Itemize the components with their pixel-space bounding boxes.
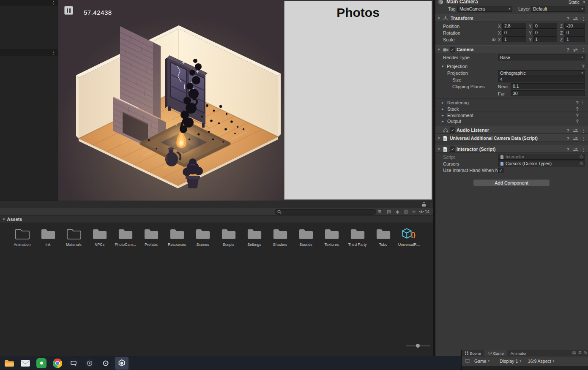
position-x-field[interactable]: 2.8 <box>502 23 526 29</box>
static-caret-icon[interactable]: ▾ <box>583 0 585 4</box>
preset-icon[interactable] <box>573 48 578 52</box>
scale-x-field[interactable]: 1 <box>502 36 526 42</box>
scale-z-field[interactable]: 1 <box>564 36 585 42</box>
camera-data-header[interactable]: ▾ Universal Additional Camera Data (Scri… <box>435 134 588 142</box>
near-field[interactable]: 0.1 <box>511 83 585 89</box>
asset-folder[interactable]: Settings <box>241 228 267 247</box>
component-menu-icon[interactable]: ⋮ <box>581 136 586 141</box>
tag-dropdown[interactable]: MainCamera▾ <box>457 6 512 12</box>
hierarchy-filter-icon[interactable]: ▤ <box>387 209 391 215</box>
taskbar-icon-files[interactable] <box>3 357 16 370</box>
display-dropdown[interactable]: Display 1▾ <box>500 359 521 364</box>
help-icon[interactable]: ? <box>582 64 585 69</box>
scale-y-field[interactable]: 1 <box>533 36 557 42</box>
asset-folder[interactable]: NPCs <box>87 228 112 247</box>
help-icon[interactable]: ? <box>566 47 569 52</box>
aspect-dropdown[interactable]: 16:9 Aspect▾ <box>528 359 554 364</box>
asset-folder[interactable]: Prefabs <box>138 228 164 247</box>
rotation-y-field[interactable]: 0 <box>533 30 557 35</box>
asset-folder[interactable]: Materials <box>61 228 87 247</box>
assets-breadcrumb[interactable]: ▾ Assets <box>0 215 433 223</box>
help-icon[interactable]: ? <box>566 147 569 152</box>
asset-folder[interactable]: Third Party <box>345 228 370 247</box>
audio-listener-header[interactable]: ✓ Audio Listener ? ⋮ <box>435 126 588 134</box>
asset-folder[interactable]: PhotoCam... <box>112 228 138 247</box>
label-filter-icon[interactable]: ◈ <box>396 209 399 215</box>
preset-icon[interactable] <box>573 137 578 141</box>
tab-scene[interactable]: Scene <box>462 350 484 356</box>
asset-folder[interactable]: Shaders <box>267 228 293 247</box>
asset-folder[interactable]: Animation <box>9 228 35 247</box>
script-object-field[interactable]: Interactor ⊙ <box>498 154 585 160</box>
taskbar-icon-green-app[interactable] <box>35 357 48 370</box>
asset-folder[interactable]: Scripts <box>216 228 241 247</box>
size-field[interactable]: 4 <box>498 76 585 82</box>
game-view[interactable]: 57.42438 Photos <box>58 0 433 201</box>
position-y-field[interactable]: 0 <box>533 23 557 29</box>
favorites-star-icon[interactable]: ☆ <box>412 209 416 215</box>
camera-enabled-checkbox[interactable]: ✓ <box>450 47 455 52</box>
taskbar-icon-chrome[interactable] <box>51 357 64 370</box>
interactor-header[interactable]: ▾ ✓ Interactor (Script) ? ⋮ <box>435 145 588 153</box>
layer-dropdown[interactable]: Default▾ <box>531 6 585 12</box>
asset-folder[interactable]: Sounds <box>293 228 319 247</box>
add-component-button[interactable]: Add Component <box>473 179 550 186</box>
render-type-dropdown[interactable]: Base▾ <box>498 54 585 60</box>
pause-button[interactable] <box>64 6 73 15</box>
lock-icon[interactable] <box>422 204 426 207</box>
asset-folder[interactable]: Ink <box>35 228 61 247</box>
use-interact-hand-checkbox[interactable]: ✓ <box>498 168 503 173</box>
rotation-z-field[interactable]: 0 <box>564 30 585 35</box>
position-z-field[interactable]: -10 <box>564 23 585 29</box>
object-picker-icon[interactable]: ⊙ <box>580 155 583 159</box>
rotation-x-field[interactable]: 0 <box>502 30 526 35</box>
tab-animator[interactable]: Animator <box>507 350 530 356</box>
panel-menu-icon[interactable]: ⋮ <box>51 1 56 5</box>
component-menu-icon[interactable]: ⋮ <box>581 16 586 21</box>
component-menu-icon[interactable]: ⋮ <box>581 48 586 52</box>
taskbar-icon-mail[interactable] <box>19 357 32 370</box>
assets-foldout-icon[interactable]: ▾ <box>3 217 5 221</box>
gameobject-cube-icon[interactable] <box>438 0 443 5</box>
preset-icon[interactable] <box>573 17 578 21</box>
focus-window-icon[interactable]: ⊞ <box>377 209 381 215</box>
eye-icon[interactable] <box>419 210 424 213</box>
camera-component-header[interactable]: ▾ ✓ Camera ? ⋮ <box>435 45 588 53</box>
asset-folder[interactable]: Textures <box>319 228 345 247</box>
interactor-checkbox[interactable]: ✓ <box>450 147 455 152</box>
layout-icon[interactable]: ▤ <box>572 351 576 355</box>
taskbar-icon-code-app[interactable] <box>67 357 80 370</box>
link-icon[interactable] <box>492 38 496 42</box>
info-icon[interactable]: i <box>404 209 408 214</box>
asset-package[interactable]: {} UniversalR... <box>396 228 422 247</box>
maximize-icon[interactable]: ⊞ <box>578 351 582 355</box>
taskbar-icon-dark-app-2[interactable] <box>99 357 112 370</box>
object-picker-icon[interactable]: ⊙ <box>580 161 583 166</box>
component-menu-icon[interactable]: ⋮ <box>581 147 586 152</box>
cursors-object-field[interactable]: Cursors (Cursor Types) ⊙ <box>498 161 585 166</box>
zoom-slider-knob[interactable] <box>416 344 420 348</box>
help-icon[interactable]: ? <box>566 128 569 133</box>
taskbar-icon-dark-app-1[interactable] <box>83 357 96 370</box>
help-icon[interactable]: ? <box>566 136 569 141</box>
panel-menu-icon[interactable]: ⋮ <box>51 50 56 55</box>
tab-game[interactable]: Game <box>484 350 507 356</box>
asset-folder[interactable]: Resources <box>164 228 190 247</box>
transform-component-header[interactable]: ▾ Transform ? ⋮ <box>435 14 588 22</box>
search-input[interactable] <box>275 209 376 215</box>
component-menu-icon[interactable]: ⋮ <box>581 128 586 133</box>
game-mode-dropdown[interactable]: Game▾ <box>474 359 490 364</box>
audio-listener-checkbox[interactable]: ✓ <box>450 128 455 133</box>
projection-section-header[interactable]: ▾ Projection ? <box>435 63 588 69</box>
taskbar-icon-unity-editor[interactable] <box>115 357 129 370</box>
output-foldout[interactable]: ▸ Output ? <box>435 117 588 124</box>
section-menu-icon[interactable]: ⋮ <box>580 100 585 105</box>
refresh-icon[interactable]: ↻ <box>584 351 587 355</box>
help-icon[interactable]: ? <box>576 119 579 124</box>
asset-folder[interactable]: Scenes <box>190 228 216 247</box>
preset-icon[interactable] <box>573 148 578 152</box>
asset-folder[interactable]: Tobo <box>370 228 396 247</box>
far-field[interactable]: 30 <box>511 90 585 96</box>
projection-dropdown[interactable]: Orthographic▾ <box>498 70 585 76</box>
help-icon[interactable]: ? <box>566 16 569 21</box>
